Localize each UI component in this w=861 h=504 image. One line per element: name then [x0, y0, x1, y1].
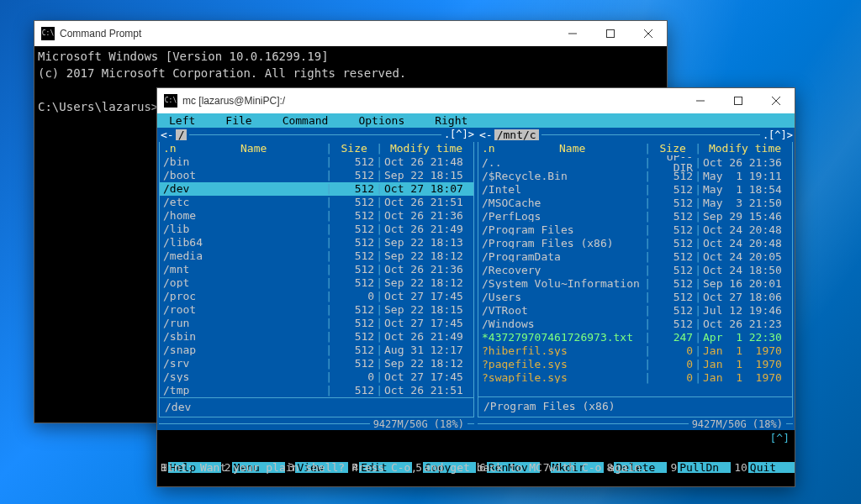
file-row[interactable]: ?swapfile.sys|0|Jan 1 1970 [478, 370, 792, 384]
file-row[interactable]: ?pagefile.sys|0|Jan 1 1970 [478, 357, 792, 370]
file-row[interactable]: /PerfLogs|512|Sep 29 15:46 [478, 209, 792, 223]
file-row[interactable]: /Intel|512|May 1 18:54 [478, 182, 792, 196]
cmd-titlebar[interactable]: C:\ Command Prompt [34, 21, 667, 46]
file-row[interactable]: /run|512|Oct 27 17:45 [160, 317, 473, 330]
file-row[interactable]: ?hiberfil.sys|0|Jan 1 1970 [478, 344, 792, 357]
panel-footer: /dev [159, 398, 474, 418]
menu-item-right[interactable]: Right [423, 115, 486, 126]
mc-menu-bar[interactable]: LeftFileCommandOptionsRight [157, 113, 795, 128]
file-row[interactable]: /opt|512|Sep 22 18:12 [160, 276, 473, 290]
file-row[interactable]: /root|512|Sep 22 18:15 [160, 303, 473, 317]
file-row[interactable]: /srv|512|Sep 22 18:12 [160, 357, 473, 370]
file-row[interactable]: /boot|512|Sep 22 18:15 [160, 169, 473, 182]
path-arrow: <- [478, 129, 494, 140]
minimize-button[interactable] [553, 21, 591, 46]
file-row[interactable]: /home|512|Oct 26 21:36 [160, 209, 473, 223]
col-n[interactable]: .n [482, 143, 500, 154]
file-row[interactable]: /Program Files|512|Oct 24 20:48 [478, 223, 792, 236]
disk-usage: 9427M/50G (18%) [689, 419, 786, 429]
file-row[interactable]: /MSOCache|512|May 3 21:50 [478, 196, 792, 209]
file-row[interactable]: /bin|512|Oct 26 21:48 [160, 155, 473, 169]
minimize-button[interactable] [681, 88, 719, 113]
file-row[interactable]: /dev|512|Oct 27 18:07 [160, 182, 473, 196]
mc-body: LeftFileCommandOptionsRight <- / .[^]>.n… [157, 113, 795, 486]
file-row[interactable]: /$Recycle.Bin|512|May 1 19:11 [478, 169, 792, 182]
file-row[interactable]: /Users|512|Oct 27 18:06 [478, 290, 792, 303]
file-row[interactable]: /media|512|Sep 22 18:12 [160, 249, 473, 263]
file-row[interactable]: *437279707461726973.txt|247|Apr 1 22:30 [478, 330, 792, 344]
cmd-title: Command Prompt [60, 28, 141, 39]
mc-hint-area: Hint: Want your plain shell? Press C-o, … [157, 430, 795, 460]
file-row[interactable]: /sbin|512|Oct 26 21:49 [160, 330, 473, 344]
svg-rect-5 [734, 97, 742, 105]
col-name[interactable]: Name [182, 143, 325, 154]
panel-corner[interactable]: .[^]> [444, 129, 474, 139]
file-row[interactable]: /ProgramData|512|Oct 24 20:05 [478, 249, 792, 263]
file-row[interactable]: /VTRoot|512|Jul 12 19:46 [478, 303, 792, 317]
panel-footer: /Program Files (x86) [478, 397, 793, 417]
file-row[interactable]: /Recovery|512|Oct 24 18:50 [478, 263, 792, 276]
left-panel[interactable]: <- / .[^]>.nName|Size|Modify time/bin|51… [157, 128, 476, 430]
panel-corner[interactable]: .[^]> [763, 130, 793, 140]
panel-path[interactable]: /mnt/c [494, 129, 539, 140]
file-row[interactable]: /System Volu~Information|512|Sep 16 20:0… [478, 276, 792, 290]
disk-usage: 9427M/50G (18%) [370, 419, 467, 429]
file-row[interactable]: /Program Files (x86)|512|Oct 24 20:48 [478, 236, 792, 249]
right-panel[interactable]: <- /mnt/c .[^]>.nName|Size|Modify time/.… [476, 128, 795, 430]
menu-item-options[interactable]: Options [346, 115, 423, 126]
col-mtime[interactable]: Modify time [701, 143, 789, 154]
file-row[interactable]: /etc|512|Oct 26 21:51 [160, 196, 473, 209]
file-row[interactable]: /Windows|512|Oct 26 21:23 [478, 317, 792, 330]
cmd-icon: C:\ [41, 27, 55, 40]
menu-item-left[interactable]: Left [157, 115, 214, 126]
col-name[interactable]: Name [500, 143, 644, 154]
file-row[interactable]: /proc|0|Oct 27 17:45 [160, 290, 473, 303]
mc-window: C:\ mc [lazarus@MiniPC]:/ LeftFileComman… [156, 87, 795, 487]
menu-item-file[interactable]: File [214, 115, 270, 126]
panel-path[interactable]: / [176, 129, 188, 140]
col-mtime[interactable]: Modify time [383, 143, 470, 154]
mc-titlebar[interactable]: C:\ mc [lazarus@MiniPC]:/ [157, 88, 795, 113]
file-row[interactable]: /sys|0|Oct 27 17:45 [160, 370, 473, 384]
hint-text: Hint: Want your plain shell? Press C-o, … [161, 460, 791, 475]
close-button[interactable] [629, 21, 667, 46]
maximize-button[interactable] [719, 88, 757, 113]
maximize-button[interactable] [591, 21, 629, 46]
cmd-icon: C:\ [164, 94, 177, 108]
close-button[interactable] [757, 88, 795, 113]
path-arrow: <- [159, 129, 176, 140]
col-n[interactable]: .n [163, 143, 182, 154]
file-row[interactable]: /lib64|512|Sep 22 18:13 [160, 236, 473, 249]
col-size[interactable]: Size [332, 143, 376, 154]
menu-item-command[interactable]: Command [271, 115, 347, 126]
scroll-indicator-icon: [^] [770, 431, 790, 445]
file-row[interactable]: /snap|512|Aug 31 12:17 [160, 344, 473, 357]
file-row[interactable]: /lib|512|Oct 26 21:49 [160, 223, 473, 236]
file-row[interactable]: /mnt|512|Oct 26 21:36 [160, 263, 473, 276]
file-row[interactable]: /..|UP--DIR|Oct 26 21:36 [478, 155, 792, 169]
file-row[interactable]: /tmp|512|Oct 26 21:51 [160, 384, 473, 397]
col-size[interactable]: Size [651, 143, 695, 154]
svg-rect-1 [606, 30, 614, 38]
mc-title: mc [lazarus@MiniPC]:/ [182, 95, 285, 107]
